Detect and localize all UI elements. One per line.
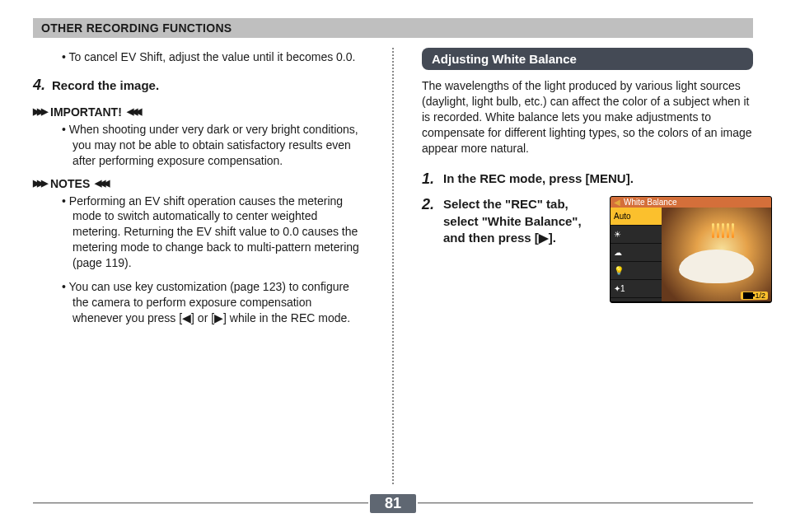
candle-flames-icon: [712, 223, 734, 238]
arrow-right-icon: ▶▶▶: [33, 178, 45, 189]
footer-rule-left: [33, 502, 368, 504]
column-divider: [392, 48, 394, 484]
important-bullet: When shooting under very dark or very br…: [33, 122, 364, 169]
right-column: Adjusting White Balance The wavelengths …: [422, 48, 753, 484]
important-callout: ▶▶▶ IMPORTANT! ◀◀◀: [33, 105, 364, 119]
step-2-text: Select the "REC" tab, select "White Bala…: [443, 196, 600, 246]
menu-option-incandescent: 💡: [611, 262, 662, 280]
page-fraction: 1/2: [755, 292, 765, 300]
page-number: 81: [370, 494, 416, 513]
menu-option-fluorescent1: ✦1: [611, 280, 662, 298]
menu-option-daylight: ☀: [611, 226, 662, 244]
note-2: You can use key customization (page 123)…: [33, 279, 364, 326]
notes-label: NOTES: [50, 177, 90, 190]
content-columns: To cancel EV Shift, adjust the value unt…: [33, 48, 753, 484]
subsection-heading: Adjusting White Balance: [422, 48, 753, 70]
step-1-number: 1.: [422, 170, 437, 188]
step-4: 4. Record the image.: [33, 77, 364, 94]
menu-options: Auto ☀ ☁ 💡 ✦1: [611, 208, 662, 301]
important-label: IMPORTANT!: [50, 105, 122, 119]
step-4-number: 4.: [33, 77, 45, 94]
menu-preview-image: 1/2: [662, 208, 771, 301]
intro-paragraph: The wavelengths of the light produced by…: [422, 78, 753, 156]
step-1: 1. In the REC mode, press [MENU].: [422, 170, 753, 188]
menu-page-indicator: 1/2: [741, 292, 768, 300]
step-1-text: In the REC mode, press [MENU].: [443, 170, 634, 187]
ev-cancel-note: To cancel EV Shift, adjust the value unt…: [33, 49, 364, 65]
menu-title-bar: ◀ White Balance: [611, 197, 771, 208]
section-header: OTHER RECORDING FUNCTIONS: [33, 18, 753, 38]
menu-option-auto: Auto: [611, 208, 662, 226]
notes-callout: ▶▶▶ NOTES ◀◀◀: [33, 177, 364, 190]
page-footer: 81: [33, 494, 753, 512]
left-column: To cancel EV Shift, adjust the value unt…: [33, 48, 364, 484]
menu-option-cloudy: ☁: [611, 244, 662, 262]
battery-icon: [743, 292, 753, 299]
note-1: Performing an EV shift operation causes …: [33, 194, 364, 271]
camera-menu-screenshot: ◀ White Balance Auto ☀ ☁ 💡 ✦1: [610, 196, 772, 303]
menu-back-icon: ◀: [614, 198, 620, 207]
menu-title: White Balance: [624, 198, 676, 207]
arrow-right-icon: ▶▶▶: [33, 106, 45, 117]
step-2: 2. Select the "REC" tab, select "White B…: [422, 196, 753, 303]
step-2-number: 2.: [422, 196, 437, 213]
arrow-left-icon: ◀◀◀: [127, 106, 139, 117]
step-4-text: Record the image.: [52, 77, 159, 94]
arrow-left-icon: ◀◀◀: [95, 178, 107, 189]
cake-icon: [679, 250, 753, 283]
footer-rule-right: [418, 502, 753, 504]
